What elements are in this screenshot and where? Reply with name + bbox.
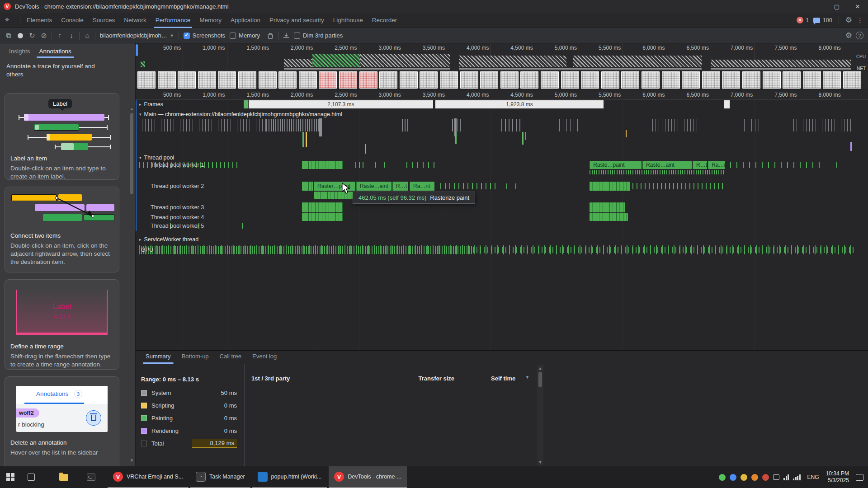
main-thread-event[interactable] xyxy=(525,132,526,140)
worker-task-cluster[interactable] xyxy=(590,213,628,221)
screenshot-thumbnail[interactable] xyxy=(581,71,599,89)
screenshot-thumbnail[interactable] xyxy=(400,71,418,89)
network-signal-icon[interactable] xyxy=(793,474,801,480)
screenshot-thumbnail[interactable] xyxy=(299,71,317,89)
tray-display-icon[interactable] xyxy=(773,474,779,480)
screenshot-thumbnail[interactable] xyxy=(662,71,680,89)
screenshot-thumbnail[interactable] xyxy=(722,71,740,89)
screenshot-thumbnail[interactable] xyxy=(500,71,519,89)
help-icon[interactable]: ? xyxy=(856,32,863,39)
rasterize-paint-bar[interactable]: Raste…aint xyxy=(642,161,692,169)
screenshot-thumbnail[interactable] xyxy=(278,71,297,89)
tray-icon-orange[interactable] xyxy=(751,474,758,481)
rasterize-paint-bar[interactable]: Raste…aint xyxy=(356,182,392,191)
load-profile-button[interactable]: ↑ xyxy=(54,30,66,42)
taskbar-app-vscode[interactable]: popup.html (Worki... xyxy=(252,466,327,488)
screenshot-thumbnail[interactable] xyxy=(339,71,357,89)
record-button[interactable] xyxy=(14,30,26,42)
tab-lighthouse[interactable]: Lighthouse xyxy=(329,13,368,28)
worker-track[interactable]: Raste…paintRaste…aintR…tRa…ntThread pool… xyxy=(136,161,868,179)
screenshot-thumbnail[interactable] xyxy=(480,71,498,89)
volume-icon[interactable] xyxy=(783,474,789,480)
tray-icon-green[interactable] xyxy=(719,474,726,481)
main-thread-flamechart[interactable] xyxy=(136,117,868,154)
timeline-overview[interactable]: 500 ms1,000 ms1,500 ms2,000 ms2,500 ms3,… xyxy=(136,43,868,89)
start-button[interactable] xyxy=(0,466,21,488)
service-worker-header[interactable]: ▸ ServiceWorker thread xyxy=(139,236,198,243)
minimize-button[interactable]: – xyxy=(806,0,826,13)
tab-recorder[interactable]: Recorder xyxy=(368,13,402,28)
scroll-up-icon[interactable]: ▲ xyxy=(537,365,543,371)
screenshot-thumbnail[interactable] xyxy=(843,71,861,89)
tab-insights[interactable]: Insights xyxy=(5,46,34,58)
scroll-down-icon[interactable]: ▼ xyxy=(537,460,543,465)
main-thread-event[interactable] xyxy=(455,132,457,144)
worker-track[interactable]: Thread pool worker 5 xyxy=(136,223,868,239)
error-count[interactable]: 1 xyxy=(806,17,809,23)
sort-caret-icon[interactable]: ▼ xyxy=(525,375,529,380)
main-track-header[interactable]: ▾ Main — chrome-extension://bilaomfenlde… xyxy=(139,111,342,117)
taskbar-app-vivaldi[interactable]: VDevTools - chrome-... xyxy=(329,466,407,488)
worker-task-cluster[interactable] xyxy=(590,182,630,191)
main-thread-event[interactable] xyxy=(306,132,307,147)
details-tab-event-log[interactable]: Event log xyxy=(248,351,281,364)
message-count[interactable]: 100 xyxy=(823,17,832,23)
screenshot-filmstrip[interactable] xyxy=(136,70,868,89)
gpu-track[interactable] xyxy=(136,244,868,256)
screenshot-thumbnail[interactable] xyxy=(198,71,216,89)
screenshot-thumbnail[interactable] xyxy=(823,71,841,89)
screenshot-thumbnail[interactable] xyxy=(783,71,801,89)
screenshot-thumbnail[interactable] xyxy=(319,71,337,89)
thread-pool-header[interactable]: ▾ Thread pool xyxy=(139,155,174,161)
screenshot-thumbnail[interactable] xyxy=(259,71,277,89)
main-thread-event[interactable] xyxy=(626,130,627,137)
frame-duration-bar[interactable] xyxy=(723,100,730,108)
details-tab-summary[interactable]: Summary xyxy=(141,351,175,364)
column-header-self-time[interactable]: Self time xyxy=(491,375,515,382)
tray-icon-gold[interactable] xyxy=(741,474,747,481)
main-thread-event[interactable] xyxy=(522,132,524,145)
frame-duration-bar[interactable]: 2,107.3 ms xyxy=(248,100,433,108)
memory-checkbox[interactable]: Memory xyxy=(230,32,260,39)
capture-settings-gear-icon[interactable]: ⚙ xyxy=(845,31,852,40)
screenshot-thumbnail[interactable] xyxy=(379,71,397,89)
tab-annotations[interactable]: Annotations xyxy=(36,46,75,58)
screenshots-checkbox[interactable]: Screenshots xyxy=(184,32,225,39)
tab-sources[interactable]: Sources xyxy=(88,13,120,28)
rasterize-paint-bar[interactable]: R…t xyxy=(392,182,408,191)
tab-elements[interactable]: Elements xyxy=(22,13,57,28)
screenshot-thumbnail[interactable] xyxy=(158,71,176,89)
dim-3rd-parties-checkbox[interactable]: Dim 3rd parties xyxy=(294,32,343,39)
screenshot-thumbnail[interactable] xyxy=(642,71,660,89)
screenshot-thumbnail[interactable] xyxy=(682,71,700,89)
sidebar-scrollbar[interactable]: ▲ ▼ xyxy=(129,107,134,463)
screenshot-thumbnail[interactable] xyxy=(238,71,256,89)
scroll-up-icon[interactable]: ▲ xyxy=(129,107,134,111)
column-header-transfer-size[interactable]: Transfer size xyxy=(389,375,454,382)
taskbar-app-taskmgr[interactable]: ◔Task Manager xyxy=(190,466,250,488)
overview-drag-handle[interactable] xyxy=(136,44,138,56)
scroll-down-icon[interactable]: ▼ xyxy=(129,458,134,463)
screenshot-thumbnail[interactable] xyxy=(359,71,377,89)
frame-duration-bar[interactable]: 1,923.8 ms xyxy=(434,100,604,108)
scrollbar-thumb[interactable] xyxy=(538,372,542,387)
worker-task-cluster[interactable] xyxy=(302,182,313,191)
frames-track-header[interactable]: ▸ Frames xyxy=(139,101,163,108)
maximize-button[interactable]: ▢ xyxy=(826,0,847,13)
save-profile-button[interactable]: ↓ xyxy=(66,30,77,42)
reload-and-record-button[interactable]: ↻ xyxy=(26,30,38,42)
worker-task-cluster[interactable] xyxy=(302,202,343,212)
screenshot-thumbnail[interactable] xyxy=(621,71,639,89)
worker-track[interactable]: Raster…paintRaste…aintR…tRa…ntThread poo… xyxy=(136,182,868,201)
tab-memory[interactable]: Memory xyxy=(195,13,226,28)
screenshot-thumbnail[interactable] xyxy=(702,71,720,89)
main-thread-task[interactable] xyxy=(319,118,322,136)
net-overview-strip[interactable] xyxy=(136,67,868,70)
clear-button[interactable]: ⊘ xyxy=(38,30,50,42)
screenshot-thumbnail[interactable] xyxy=(541,71,559,89)
taskbar-app-vivaldi[interactable]: VVRChat Emoji and S... xyxy=(108,466,189,488)
main-thread-event[interactable] xyxy=(365,144,366,154)
screenshot-thumbnail[interactable] xyxy=(742,71,760,89)
worker-task-cluster[interactable] xyxy=(302,213,343,221)
rasterize-paint-bar[interactable]: Raste…paint xyxy=(590,161,642,169)
